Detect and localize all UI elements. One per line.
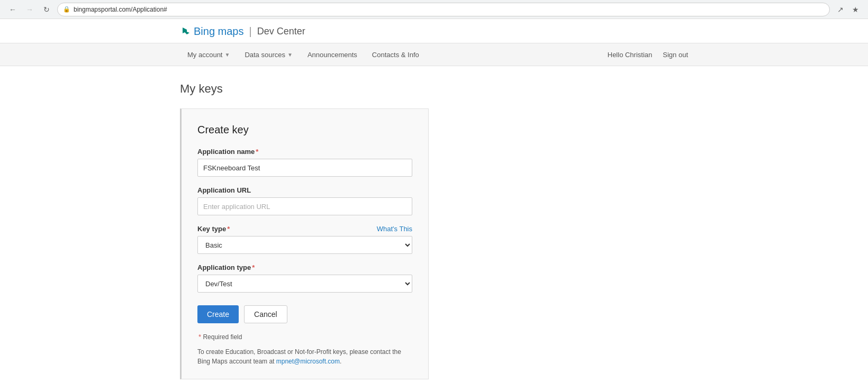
- nav-right: Hello Christian Sign out: [608, 51, 688, 59]
- nav-contacts-info[interactable]: Contacts & Info: [365, 43, 427, 66]
- data-sources-label: Data sources: [245, 51, 285, 59]
- app-type-group: Application type* Dev/Test Public Websit…: [197, 263, 412, 293]
- bing-maps-text: Bing maps: [194, 25, 244, 38]
- form-actions: Create Cancel: [197, 305, 412, 323]
- app-name-label: Application name*: [197, 148, 412, 156]
- app-type-select[interactable]: Dev/Test Public Website Internal Website…: [197, 275, 412, 293]
- app-name-input[interactable]: [197, 159, 412, 177]
- app-url-input[interactable]: [197, 197, 412, 215]
- bing-maps-logo[interactable]: Bing maps: [180, 25, 244, 38]
- key-type-group: Key type* What's This Basic Enterprise: [197, 225, 412, 254]
- create-button[interactable]: Create: [197, 305, 239, 323]
- app-name-group: Application name*: [197, 148, 412, 177]
- contact-email-link[interactable]: mpnet@microsoft.com: [276, 358, 340, 365]
- main-content: My keys Create key Application name* App…: [0, 66, 868, 391]
- forward-button[interactable]: →: [23, 3, 36, 16]
- sign-out-link[interactable]: Sign out: [663, 51, 688, 59]
- share-button[interactable]: ↗: [834, 3, 847, 16]
- contacts-info-label: Contacts & Info: [372, 51, 419, 59]
- browser-actions: ↗ ★: [834, 3, 862, 16]
- nav-data-sources[interactable]: Data sources ▼: [237, 43, 300, 66]
- key-type-label: Key type*: [197, 225, 230, 233]
- lock-icon: 🔒: [63, 6, 70, 13]
- nav-announcements[interactable]: Announcements: [300, 43, 365, 66]
- bing-icon: [180, 26, 192, 38]
- nav-my-account[interactable]: My account ▼: [180, 43, 237, 66]
- contact-note: To create Education, Broadcast or Not-fo…: [197, 347, 412, 366]
- bookmark-button[interactable]: ★: [849, 3, 862, 16]
- my-account-chevron: ▼: [224, 52, 230, 58]
- required-note: * Required field: [197, 333, 412, 341]
- devcenter-text: Dev Center: [257, 26, 305, 37]
- browser-chrome: ← → ↻ 🔒 bingmapsportal.com/Application# …: [0, 0, 868, 19]
- create-key-card: Create key Application name* Application…: [180, 108, 429, 379]
- reload-button[interactable]: ↻: [40, 3, 53, 16]
- whats-this-link[interactable]: What's This: [377, 225, 412, 233]
- app-url-group: Application URL: [197, 186, 412, 215]
- key-type-select[interactable]: Basic Enterprise: [197, 236, 412, 254]
- page: Bing maps | Dev Center My account ▼ Data…: [0, 19, 868, 391]
- data-sources-chevron: ▼: [287, 52, 293, 58]
- nav-items: My account ▼ Data sources ▼ Announcement…: [180, 43, 608, 66]
- url-text: bingmapsportal.com/Application#: [74, 6, 167, 13]
- logo-separator: |: [249, 25, 252, 38]
- announcements-label: Announcements: [308, 51, 357, 59]
- app-type-required: *: [252, 263, 255, 271]
- my-account-label: My account: [187, 51, 222, 59]
- app-name-required: *: [256, 148, 258, 156]
- key-type-required: *: [227, 225, 230, 233]
- address-bar[interactable]: 🔒 bingmapsportal.com/Application#: [57, 3, 830, 16]
- app-url-label: Application URL: [197, 186, 412, 194]
- card-title: Create key: [197, 124, 412, 136]
- hello-text: Hello Christian: [608, 51, 653, 59]
- cancel-button[interactable]: Cancel: [244, 305, 287, 323]
- back-button[interactable]: ←: [6, 3, 19, 16]
- key-type-header-row: Key type* What's This: [197, 225, 412, 233]
- app-type-label: Application type*: [197, 263, 412, 271]
- logo-bar: Bing maps | Dev Center: [0, 19, 868, 43]
- required-star-note: *: [198, 333, 201, 341]
- page-title: My keys: [180, 82, 688, 96]
- nav-bar: My account ▼ Data sources ▼ Announcement…: [0, 43, 868, 66]
